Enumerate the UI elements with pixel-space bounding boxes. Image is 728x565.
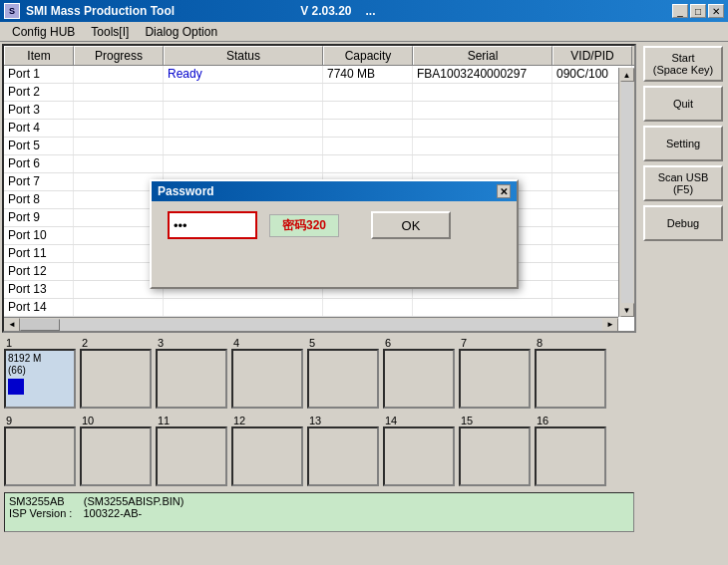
dialog-content: 密码320 OK bbox=[152, 201, 517, 249]
dialog-close-button[interactable]: ✕ bbox=[497, 184, 511, 198]
password-dialog: Password ✕ 密码320 OK bbox=[150, 179, 519, 289]
dialog-title-text: Password bbox=[158, 184, 214, 198]
dialog-hint: 密码320 bbox=[269, 214, 339, 237]
dialog-title-bar: Password ✕ bbox=[152, 181, 517, 201]
dialog-overlay: Password ✕ 密码320 OK bbox=[0, 0, 728, 565]
password-input[interactable] bbox=[168, 211, 257, 239]
dialog-ok-button[interactable]: OK bbox=[371, 211, 451, 239]
